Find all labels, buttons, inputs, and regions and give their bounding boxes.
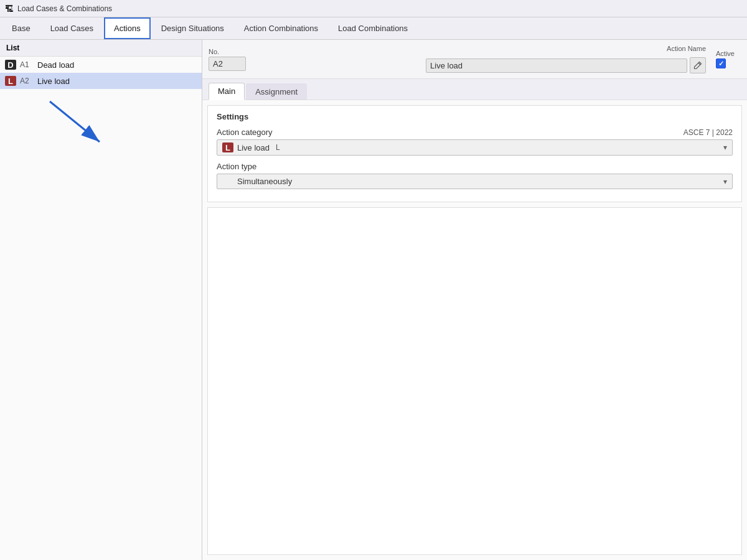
right-panel: No. Action Name Active [202,40,747,560]
action-category-sub: L [276,143,280,152]
action-category-value: Live load [237,143,270,152]
no-label: No. [209,48,246,55]
tab-assignment[interactable]: Assignment [246,83,307,100]
active-field: Active [716,50,735,68]
arrow-annotation [0,89,202,164]
form-row: No. Action Name Active [202,40,747,79]
item-label-dead-load: Dead load [37,60,74,70]
action-category-label-row: Action category ASCE 7 | 2022 [217,128,733,137]
tab-actions[interactable]: Actions [104,17,151,39]
action-type-dropdown-left: Simultaneously [222,177,292,186]
item-number-a2: A2 [20,77,34,85]
action-name-field: Action Name [256,45,706,73]
action-category-badge: L [222,142,233,152]
settings-pane: Settings Action category ASCE 7 | 2022 L… [207,105,742,202]
active-checkbox[interactable] [716,58,726,68]
tab-action-combinations[interactable]: Action Combinations [235,17,327,39]
action-category-dropdown[interactable]: L Live load L ▾ [217,139,733,156]
action-type-chevron-icon: ▾ [723,177,727,186]
item-number-a1: A1 [20,60,34,69]
title-bar: 🏗 Load Cases & Combinations [0,0,747,17]
list-header: List [0,40,202,57]
tab-main[interactable]: Main [209,83,245,100]
left-panel: List D A1 Dead load L A2 Live load [0,40,202,560]
action-type-dropdown[interactable]: Simultaneously ▾ [217,174,733,189]
bottom-pane [207,207,742,555]
inner-tab-bar: Main Assignment [202,79,747,100]
action-category-chevron-icon: ▾ [723,143,727,152]
action-type-value: Simultaneously [237,177,292,186]
tab-bar: Base Load Cases Actions Design Situation… [0,17,747,40]
svg-line-2 [698,63,700,65]
edit-icon [693,61,702,70]
no-field: No. [209,48,246,71]
dropdown-left: L Live load L [222,142,280,152]
window-title: Load Cases & Combinations [17,4,112,13]
list-item-dead-load[interactable]: D A1 Dead load [0,57,202,73]
action-name-label: Action Name [667,45,706,52]
action-type-label: Action type [217,162,256,171]
item-label-live-load: Live load [37,77,70,86]
app-icon: 🏗 [5,4,14,14]
action-category-row: Action category ASCE 7 | 2022 L Live loa… [217,128,733,156]
action-category-label: Action category [217,128,273,137]
annotation-arrow [19,95,118,151]
edit-action-name-button[interactable] [690,57,706,73]
action-category-standard: ASCE 7 | 2022 [684,128,733,137]
tab-design-situations[interactable]: Design Situations [152,17,233,39]
list-item-live-load[interactable]: L A2 Live load [0,73,202,89]
tab-load-combinations[interactable]: Load Combinations [329,17,417,39]
action-name-input[interactable] [426,58,687,73]
action-type-row: Action type Simultaneously ▾ [217,162,733,189]
active-label: Active [716,50,735,57]
no-input[interactable] [209,57,246,71]
badge-dead-load: D [5,60,16,70]
tab-load-cases[interactable]: Load Cases [41,17,103,39]
main-content: List D A1 Dead load L A2 Live load [0,40,747,560]
svg-line-1 [50,101,100,142]
action-type-label-row: Action type [217,162,733,171]
badge-live-load: L [5,76,16,86]
settings-title: Settings [217,112,733,121]
tab-base[interactable]: Base [2,17,40,39]
